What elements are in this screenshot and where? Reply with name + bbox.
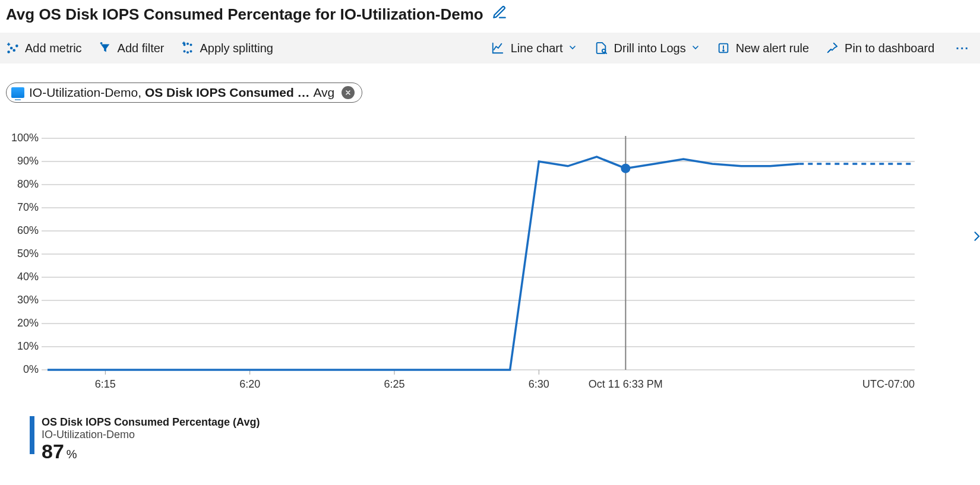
- chevron-down-icon: [691, 42, 700, 55]
- add-filter-button[interactable]: Add filter: [99, 42, 165, 55]
- add-metric-button[interactable]: Add metric: [6, 42, 82, 55]
- metrics-chart[interactable]: 0%10%20%30%40%50%60%70%80%90%100%6:156:2…: [6, 132, 932, 405]
- svg-text:100%: 100%: [11, 132, 39, 144]
- chart-type-dropdown[interactable]: Line chart: [491, 42, 577, 55]
- svg-text:80%: 80%: [17, 178, 39, 190]
- drill-logs-dropdown[interactable]: Drill into Logs: [594, 42, 700, 55]
- pill-metric: OS Disk IOPS Consumed …: [145, 85, 310, 100]
- svg-text:0%: 0%: [23, 363, 39, 375]
- svg-point-6: [190, 44, 191, 45]
- svg-point-45: [621, 164, 630, 173]
- svg-text:6:15: 6:15: [95, 378, 116, 390]
- pill-aggregation: Avg: [313, 85, 334, 100]
- page-title: Avg OS Disk IOPS Consumed Percentage for…: [6, 5, 483, 24]
- metric-pill[interactable]: IO-Utilization-Demo, OS Disk IOPS Consum…: [6, 83, 362, 103]
- legend-unit: %: [67, 448, 77, 461]
- svg-text:Oct 11 6:33 PM: Oct 11 6:33 PM: [589, 378, 663, 390]
- chart-toolbar: Add metric Add filter Apply splitting Li…: [0, 33, 980, 64]
- svg-text:50%: 50%: [17, 248, 39, 259]
- svg-point-1: [11, 47, 12, 49]
- svg-text:6:30: 6:30: [529, 378, 549, 390]
- add-metric-icon: [6, 42, 19, 55]
- logs-icon: [594, 42, 608, 55]
- svg-text:40%: 40%: [17, 271, 39, 283]
- alert-icon: [717, 42, 730, 55]
- new-alert-button[interactable]: New alert rule: [717, 42, 809, 55]
- svg-point-13: [723, 50, 724, 51]
- svg-point-2: [13, 49, 15, 51]
- svg-point-10: [602, 49, 605, 53]
- svg-text:6:20: 6:20: [239, 378, 260, 390]
- svg-point-0: [8, 51, 10, 53]
- legend-card[interactable]: OS Disk IOPS Consumed Percentage (Avg) I…: [30, 416, 974, 461]
- svg-text:10%: 10%: [17, 340, 39, 352]
- svg-point-9: [190, 50, 191, 52]
- svg-text:20%: 20%: [17, 317, 39, 329]
- split-icon: [181, 42, 194, 55]
- svg-text:70%: 70%: [17, 201, 39, 213]
- edit-title-icon[interactable]: [492, 5, 507, 24]
- svg-point-5: [186, 43, 188, 45]
- svg-text:90%: 90%: [17, 155, 39, 167]
- apply-splitting-button[interactable]: Apply splitting: [181, 42, 273, 55]
- legend-color-swatch: [30, 416, 34, 454]
- filter-icon: [99, 42, 112, 55]
- line-chart-icon: [491, 42, 505, 55]
- svg-text:UTC-07:00: UTC-07:00: [862, 378, 915, 390]
- svg-text:60%: 60%: [17, 224, 39, 236]
- pill-resource: IO-Utilization-Demo: [29, 85, 138, 100]
- svg-point-3: [16, 45, 18, 47]
- legend-metric-name: OS Disk IOPS Consumed Percentage (Avg): [42, 416, 260, 429]
- vm-icon: [11, 87, 24, 98]
- svg-point-8: [186, 52, 188, 53]
- legend-value: 87: [42, 440, 64, 461]
- chevron-down-icon: [568, 42, 577, 55]
- svg-text:30%: 30%: [17, 294, 39, 306]
- pin-icon: [826, 42, 839, 55]
- legend-resource-name: IO-Utilization-Demo: [42, 429, 260, 441]
- remove-metric-button[interactable]: [342, 86, 355, 99]
- svg-point-7: [184, 50, 185, 52]
- more-actions-button[interactable]: ···: [951, 42, 974, 55]
- expand-chart-button[interactable]: [970, 227, 980, 249]
- pin-dashboard-button[interactable]: Pin to dashboard: [826, 42, 934, 55]
- svg-text:6:25: 6:25: [384, 378, 404, 390]
